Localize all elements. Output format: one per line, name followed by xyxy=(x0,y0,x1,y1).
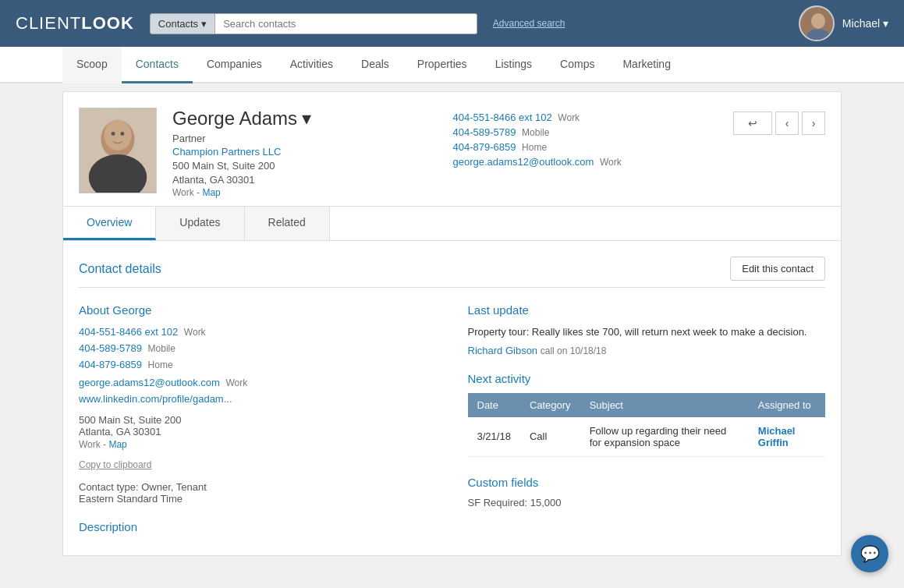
search-type-label: Contacts xyxy=(158,18,198,30)
chat-icon: 💬 xyxy=(860,544,880,563)
contact-company[interactable]: Champion Partners LLC xyxy=(172,146,438,158)
svg-point-7 xyxy=(104,120,131,151)
contact-name: George Adams ▾ xyxy=(172,108,438,129)
user-name[interactable]: Michael ▾ xyxy=(842,17,888,30)
copy-clipboard-link[interactable]: Copy to clipboard xyxy=(79,459,437,470)
user-avatar xyxy=(799,5,835,41)
about-address-type: Work - Map xyxy=(79,439,437,450)
last-update-title: Last update xyxy=(468,303,826,317)
sub-tab-updates[interactable]: Updates xyxy=(156,207,244,240)
activity-category: Call xyxy=(520,417,580,457)
tab-deals[interactable]: Deals xyxy=(347,47,403,83)
search-bar: Contacts ▾ xyxy=(150,13,477,34)
update-author[interactable]: Richard Gibson xyxy=(468,345,538,356)
phone-work-label: Work xyxy=(558,112,580,123)
phone-mobile-label: Mobile xyxy=(522,127,549,138)
about-phone1-type: Work xyxy=(184,327,206,338)
back-button[interactable]: ↩ xyxy=(733,112,772,135)
phone-mobile-row: 404-589-5789 Mobile xyxy=(453,126,718,138)
phone-work-row: 404-551-8466 ext 102 Work xyxy=(453,112,718,123)
sub-tab-overview[interactable]: Overview xyxy=(63,207,156,240)
col-category: Category xyxy=(520,393,580,417)
contact-name-dropdown-icon[interactable]: ▾ xyxy=(302,108,311,129)
about-address: 500 Main St, Suite 200 Atlanta, GA 30301… xyxy=(79,414,437,450)
contact-title: Partner xyxy=(172,133,438,144)
work-label: Work - xyxy=(172,187,202,198)
header-right: Michael ▾ xyxy=(799,5,888,41)
tab-companies[interactable]: Companies xyxy=(193,47,276,83)
assigned-link[interactable]: Michael Griffin xyxy=(758,425,796,448)
right-column: Last update Property tour: Really likes … xyxy=(468,303,826,540)
description-title: Description xyxy=(79,520,437,533)
tab-marketing[interactable]: Marketing xyxy=(608,47,684,83)
about-linkedin-row: www.linkedin.com/profile/gadam... xyxy=(79,393,437,405)
header: CLIENTLOOK Contacts ▾ Advanced search Mi… xyxy=(0,0,904,47)
content-area: Contact details Edit this contact About … xyxy=(63,241,841,555)
about-phone1-link[interactable]: 404-551-8466 ext 102 xyxy=(79,326,178,338)
sub-tabs: Overview Updates Related xyxy=(63,206,841,241)
update-author-row: Richard Gibson call on 10/18/18 xyxy=(468,345,826,356)
logo-look: LOOK xyxy=(81,13,134,33)
contact-info: George Adams ▾ Partner Champion Partners… xyxy=(172,108,438,198)
contact-photo-image xyxy=(80,108,156,193)
phone-home-label: Home xyxy=(522,142,547,153)
phone-home-row: 404-879-6859 Home xyxy=(453,141,718,153)
address-type-label: Work - xyxy=(79,439,108,450)
dropdown-arrow-icon: ▾ xyxy=(201,18,207,30)
about-phone3-row: 404-879-6859 Home xyxy=(79,359,437,370)
search-input[interactable] xyxy=(215,13,477,34)
tab-contacts[interactable]: Contacts xyxy=(122,47,193,83)
main-content: George Adams ▾ Partner Champion Partners… xyxy=(62,91,842,556)
svg-point-8 xyxy=(112,132,115,136)
custom-field-sf-required: SF Required: 15,000 xyxy=(468,497,826,508)
contact-type-value: Contact type: Owner, Tenant xyxy=(79,481,437,493)
about-linkedin-link[interactable]: www.linkedin.com/profile/gadam... xyxy=(79,393,232,405)
about-email-row: george.adams12@outlook.com Work xyxy=(79,377,437,388)
tab-activities[interactable]: Activities xyxy=(276,47,347,83)
next-activity-title: Next activity xyxy=(468,372,826,385)
email-row: george.adams12@outlook.com Work xyxy=(453,156,718,168)
about-map-link[interactable]: Map xyxy=(108,439,126,450)
activity-table: Date Category Subject Assigned to 3/21/1… xyxy=(468,393,826,457)
prev-button[interactable]: ‹ xyxy=(775,112,799,135)
chat-bubble[interactable]: 💬 xyxy=(851,535,888,564)
svg-point-1 xyxy=(811,13,825,29)
logo: CLIENTLOOK xyxy=(16,13,134,34)
activity-subject: Follow up regarding their need for expan… xyxy=(580,417,749,457)
next-button[interactable]: › xyxy=(802,112,825,135)
phone-work-link[interactable]: 404-551-8466 ext 102 xyxy=(453,112,552,123)
email-label: Work xyxy=(600,157,622,168)
about-title: About George xyxy=(79,303,437,317)
activity-date: 3/21/18 xyxy=(468,417,520,457)
sub-tab-related[interactable]: Related xyxy=(245,207,330,240)
about-email-link[interactable]: george.adams12@outlook.com xyxy=(79,377,220,388)
about-phone3-link[interactable]: 404-879-6859 xyxy=(79,359,142,370)
about-email-type: Work xyxy=(225,377,247,388)
phone-mobile-link[interactable]: 404-589-5789 xyxy=(453,126,516,138)
contact-address-line1: 500 Main St, Suite 200 xyxy=(172,160,438,172)
activity-row: 3/21/18 Call Follow up regarding their n… xyxy=(468,417,826,457)
about-phone1-row: 404-551-8466 ext 102 Work xyxy=(79,326,437,338)
section-header: Contact details Edit this contact xyxy=(79,257,825,281)
search-type-dropdown[interactable]: Contacts ▾ xyxy=(150,13,215,34)
about-phone3-type: Home xyxy=(148,360,173,370)
contact-name-text: George Adams xyxy=(172,108,297,129)
nav-arrows: ↩ ‹ › xyxy=(733,108,825,135)
about-phone2-link[interactable]: 404-589-5789 xyxy=(79,342,142,354)
about-phone2-row: 404-589-5789 Mobile xyxy=(79,342,437,354)
phone-home-link[interactable]: 404-879-6859 xyxy=(453,141,516,153)
nav-tabs: Scoop Contacts Companies Activities Deal… xyxy=(0,47,904,83)
map-link[interactable]: Map xyxy=(202,187,220,198)
svg-point-9 xyxy=(120,132,124,136)
tab-properties[interactable]: Properties xyxy=(403,47,481,83)
tab-comps[interactable]: Comps xyxy=(546,47,608,83)
contact-work-map: Work - Map xyxy=(172,187,438,198)
col-subject: Subject xyxy=(580,393,749,417)
section-title: Contact details xyxy=(79,262,161,276)
advanced-search-link[interactable]: Advanced search xyxy=(493,18,565,29)
edit-contact-button[interactable]: Edit this contact xyxy=(730,257,825,281)
col-date: Date xyxy=(468,393,520,417)
tab-listings[interactable]: Listings xyxy=(481,47,546,83)
tab-scoop[interactable]: Scoop xyxy=(62,47,122,83)
email-link[interactable]: george.adams12@outlook.com xyxy=(453,156,594,168)
